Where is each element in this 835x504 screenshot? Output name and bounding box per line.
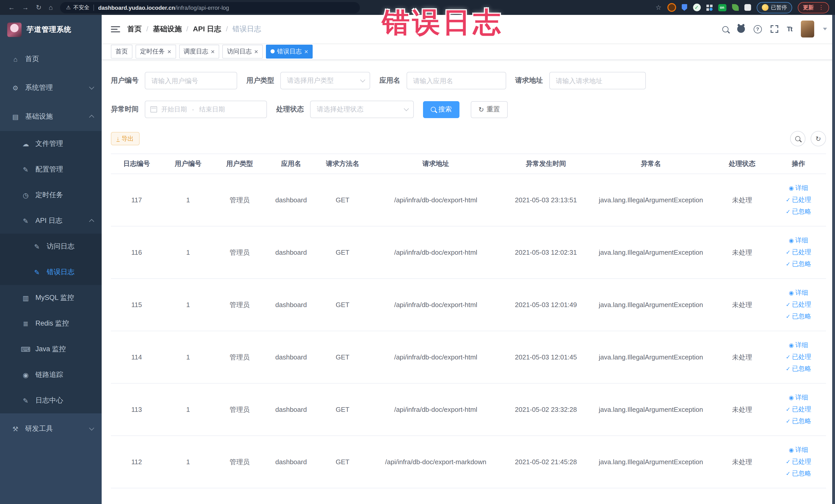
page-tag-访问日志[interactable]: 访问日志 × — [222, 44, 263, 58]
processed-link[interactable]: ✓已处理 — [786, 300, 811, 309]
browser-home-icon[interactable]: ⌂ — [49, 0, 53, 15]
breadcrumb: 首页 基础设施 API 日志 错误日志 — [127, 24, 261, 34]
close-icon[interactable]: × — [167, 48, 171, 55]
detail-link[interactable]: ◉详细 — [789, 446, 808, 455]
sidebar-item-file[interactable]: ☁ 文件管理 — [0, 131, 102, 157]
page-tag-调度日志[interactable]: 调度日志 × — [179, 44, 219, 58]
app-logo[interactable]: 芋道管理系统 — [0, 15, 102, 45]
sidebar-item-home[interactable]: ⌂ 首页 — [0, 45, 102, 74]
sidebar-item-log-center[interactable]: ✎ 日志中心 — [0, 388, 102, 414]
column-header: 日志编号 — [111, 154, 162, 174]
toggle-search-button[interactable] — [790, 131, 806, 146]
sidebar-item-system[interactable]: ⚙ 系统管理 — [0, 74, 102, 102]
column-header: 用户编号 — [162, 154, 214, 174]
search-button[interactable]: 搜索 — [423, 101, 460, 118]
processed-link[interactable]: ✓已处理 — [786, 248, 811, 257]
close-icon[interactable]: × — [254, 48, 258, 55]
sidebar-item-redis[interactable]: ≣ Redis 监控 — [0, 311, 102, 336]
forward-icon[interactable]: → — [22, 0, 29, 15]
page-tag-首页[interactable]: 首页 — [111, 44, 133, 58]
extension-shield-icon[interactable] — [681, 4, 687, 11]
ignored-link[interactable]: ✓已忽略 — [786, 312, 811, 321]
sidebar-item-access-log[interactable]: ✎ 访问日志 — [0, 234, 102, 259]
detail-link[interactable]: ◉详细 — [789, 184, 808, 193]
processed-link[interactable]: ✓已处理 — [786, 196, 811, 204]
reset-button[interactable]: ↻ 重置 — [471, 101, 508, 118]
extension-grid-icon[interactable] — [706, 4, 712, 11]
sidebar-item-config[interactable]: ✎ 配置管理 — [0, 157, 102, 182]
refresh-icon: ↻ — [815, 135, 821, 142]
process-status-select[interactable]: 请选择处理状态 — [310, 101, 414, 118]
breadcrumb-item-api-log[interactable]: API 日志 — [182, 24, 221, 34]
extension-orange-icon[interactable] — [667, 3, 676, 12]
sidebar-item-java[interactable]: ⌨ Java 监控 — [0, 336, 102, 362]
help-icon[interactable]: ? — [753, 25, 761, 33]
detail-link[interactable]: ◉详细 — [789, 236, 808, 245]
extension-leaf-icon[interactable] — [732, 4, 738, 11]
processed-link[interactable]: ✓已处理 — [786, 458, 811, 466]
ignored-link[interactable]: ✓已忽略 — [786, 365, 811, 373]
address-bar[interactable]: ⚠ 不安全 dashboard.yudao.iocoder.cn/infra/l… — [60, 2, 360, 13]
devtools-icon: ⚒ — [10, 425, 21, 432]
sidebar-item-infra[interactable]: ▤ 基础设施 — [0, 102, 102, 131]
request-url-input[interactable] — [549, 72, 646, 89]
extension-green-check-icon[interactable] — [693, 4, 700, 11]
breadcrumb-item-home[interactable]: 首页 — [127, 24, 142, 34]
reload-icon[interactable]: ↻ — [36, 0, 42, 15]
page-scrollbar[interactable] — [832, 15, 835, 504]
browser-menu-icon[interactable]: ⋮ — [818, 4, 824, 11]
export-button[interactable]: ↓ 导出 — [111, 132, 139, 145]
user-id-input[interactable] — [145, 72, 237, 89]
browser-update-button[interactable]: 更新 ⋮ — [798, 2, 829, 13]
refresh-table-button[interactable]: ↻ — [811, 131, 826, 146]
cell-exception-time: 2021-05-02 23:32:28 — [503, 383, 589, 436]
sidebar-item-mysql[interactable]: ▥ MySQL 监控 — [0, 285, 102, 311]
ignored-link[interactable]: ✓已忽略 — [786, 260, 811, 268]
main-area: 首页 基础设施 API 日志 错误日志 ? Tt — [102, 15, 835, 504]
date-range-picker[interactable]: 开始日期 - 结束日期 — [145, 101, 267, 118]
sidebar-item-job[interactable]: ◷ 定时任务 — [0, 182, 102, 208]
sidebar-item-dev-tools[interactable]: ⚒ 研发工具 — [0, 415, 102, 443]
extension-on-badge-icon[interactable]: on — [718, 4, 726, 11]
user-avatar[interactable] — [801, 21, 814, 38]
profile-paused-badge[interactable]: 已暂停 — [756, 2, 792, 13]
sidebar-item-api-log[interactable]: ✎ API 日志 — [0, 208, 102, 234]
sidebar-collapse-button[interactable] — [111, 26, 120, 32]
app-name-input[interactable] — [406, 72, 506, 89]
sidebar-item-error-log[interactable]: ✎ 错误日志 — [0, 259, 102, 285]
fullscreen-icon[interactable] — [770, 25, 778, 33]
extensions-puzzle-icon[interactable] — [744, 4, 751, 11]
file-manage-icon: ☁ — [21, 140, 31, 148]
search-icon[interactable] — [722, 26, 728, 32]
detail-link[interactable]: ◉详细 — [789, 288, 808, 297]
sidebar-item-label: API 日志 — [36, 216, 62, 225]
github-icon[interactable] — [737, 25, 745, 33]
date-start-placeholder: 开始日期 — [161, 105, 187, 114]
processed-link[interactable]: ✓已处理 — [786, 353, 811, 362]
chevron-up-icon — [89, 115, 94, 120]
close-icon[interactable]: × — [211, 48, 215, 55]
sidebar-item-label: 配置管理 — [36, 165, 63, 174]
bookmark-star-icon[interactable]: ☆ — [656, 0, 661, 15]
cell-app-name: dashboard — [265, 436, 317, 488]
close-icon[interactable]: × — [304, 48, 308, 55]
font-size-icon[interactable]: Tt — [787, 25, 792, 33]
sidebar-item-label: Java 监控 — [36, 345, 66, 354]
cell-app-name: dashboard — [265, 383, 317, 436]
detail-link[interactable]: ◉详细 — [789, 394, 808, 402]
page-tag-错误日志[interactable]: 错误日志 × — [266, 44, 313, 58]
page-tag-定时任务[interactable]: 定时任务 × — [136, 44, 176, 58]
sidebar-item-tracer[interactable]: ◉ 链路追踪 — [0, 362, 102, 388]
processed-link[interactable]: ✓已处理 — [786, 405, 811, 414]
chevron-down-icon[interactable] — [823, 28, 827, 30]
back-icon[interactable]: ← — [8, 0, 15, 15]
sidebar-item-label: 首页 — [25, 55, 39, 64]
ignored-link[interactable]: ✓已忽略 — [786, 469, 811, 478]
chevron-up-icon — [89, 219, 94, 224]
detail-link[interactable]: ◉详细 — [789, 341, 808, 350]
ignored-link[interactable]: ✓已忽略 — [786, 207, 811, 216]
navbar-actions: ? Tt — [722, 21, 827, 38]
ignored-link[interactable]: ✓已忽略 — [786, 417, 811, 426]
breadcrumb-item-infra[interactable]: 基础设施 — [142, 24, 182, 34]
user-type-select[interactable]: 请选择用户类型 — [280, 72, 370, 89]
